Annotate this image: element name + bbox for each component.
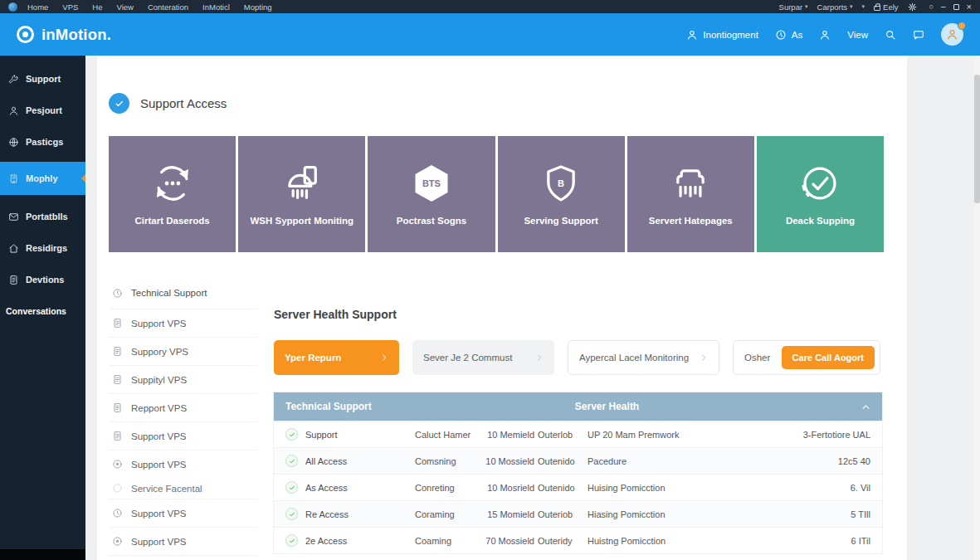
sidebar-item-mophly[interactable]: Mophly [0, 162, 85, 195]
row-cell-c2: Conreting [415, 483, 480, 493]
list-item-label: Technical Support [131, 288, 207, 298]
row-name-cell: 2e Access [285, 534, 415, 547]
sidebar-footer-conversations[interactable]: Conversations [0, 306, 85, 316]
user-quick-button[interactable] [819, 29, 831, 41]
menu-item-vps[interactable]: VPS [62, 2, 78, 12]
doc-icon [112, 402, 123, 413]
table-row[interactable]: 2e AccessCoaming70 MossieldOuteridyHuist… [274, 527, 882, 553]
sever-comment-button[interactable]: Sever Je 2 Commust [412, 340, 554, 375]
list-item-support-vps[interactable]: Support VPS [109, 527, 257, 555]
menu-item-inmoticl[interactable]: InMoticl [202, 2, 230, 12]
care-call-button[interactable]: Care Call Aogort [782, 346, 875, 369]
os-topbar: HomeVPSHeViewConterationInMoticlMopting … [0, 0, 980, 13]
yper-repurn-button[interactable]: Yper Repurn [274, 340, 399, 375]
record-icon[interactable]: ○ [929, 3, 934, 11]
sidebar-item-devtions[interactable]: Devtions [0, 264, 85, 295]
table-row[interactable]: As AccessConreting10 MosrieldOutenidoHui… [274, 474, 882, 500]
sidebar-item-label: Portatblls [26, 212, 68, 222]
search-button[interactable] [885, 29, 896, 41]
shower-icon [280, 162, 324, 205]
row-cell-c2: Coaming [415, 536, 480, 546]
tile-poctrast-sogns[interactable]: BTSPoctrast Sogns [368, 136, 495, 252]
sidebar-item-portatblls[interactable]: Portatblls [0, 201, 85, 232]
clock-icon [775, 29, 787, 41]
status-check-icon [285, 534, 298, 547]
view-menu[interactable]: View [847, 30, 868, 40]
tile-label: Poctrast Sogns [397, 215, 466, 227]
menu-item-conteration[interactable]: Conteration [148, 2, 188, 12]
icon-text: BTS [410, 162, 453, 205]
home-icon [8, 243, 19, 254]
tile-cirtart-daserods[interactable]: Cirtart Daserods [109, 136, 236, 252]
row-cell-c3: 70 Mossield [480, 536, 534, 546]
table-row[interactable]: All AccessComsning10 MossieldOutenidoPac… [274, 447, 882, 474]
content-panel: Support Access Cirtart DaserodsWSH Syppo… [97, 56, 907, 560]
maximize-icon[interactable] [953, 4, 959, 10]
list-item-support-vps[interactable]: Support VPS [109, 309, 257, 337]
list-item-support-vps[interactable]: Support VPS [109, 499, 257, 527]
action-buttons: Yper Repurn Sever Je 2 Commust Aypercal … [274, 340, 907, 375]
list-item-repport-vps[interactable]: Repport VPS [109, 393, 257, 421]
row-cell-c5: Huising Pomicction [588, 483, 763, 493]
surpar-label: Surpar [779, 2, 803, 12]
tile-deack-supping[interactable]: Deack Supping [757, 136, 884, 252]
secure-site-indicator[interactable]: Eely [874, 2, 898, 12]
menu-item-home[interactable]: Home [27, 2, 48, 12]
timer-menu[interactable]: As [775, 29, 802, 41]
doc-icon [112, 318, 123, 329]
tile-wsh-sypport-moniting[interactable]: WSH Sypport Moniting [238, 136, 365, 252]
menu-item-mopting[interactable]: Mopting [244, 2, 272, 12]
row-cell-c4: Outeriob [534, 509, 588, 519]
status-check-icon [285, 428, 298, 441]
ccheck-icon [798, 162, 841, 205]
chevron-right-icon [700, 353, 708, 362]
person-icon [8, 105, 19, 116]
app-logo-icon[interactable] [8, 2, 17, 12]
page-title-row: Support Access [109, 56, 907, 114]
timer-label: As [792, 30, 802, 40]
brand[interactable]: inMotion. [17, 26, 111, 44]
menu-item-view[interactable]: View [117, 2, 134, 12]
list-item-support-vps[interactable]: Support VPS [109, 421, 257, 450]
list-item-support-vps[interactable]: Support VPS [109, 555, 257, 560]
list-item-suppityl-vps[interactable]: Suppityl VPS [109, 365, 257, 393]
chevron-up-icon[interactable] [861, 402, 870, 411]
chevron-down-icon: ▾ [805, 3, 808, 10]
menu-item-he[interactable]: He [92, 2, 102, 12]
sidebar-item-residirgs[interactable]: Residirgs [0, 232, 85, 264]
label-monitoring-button[interactable]: Aypercal Lacel Monitoring [568, 340, 719, 375]
tile-servert-hatepages[interactable]: Servert Hatepages [627, 136, 754, 252]
table-row[interactable]: Re AccessCoraming15 MomieldOuteriobHiasi… [274, 500, 882, 527]
gear-icon[interactable] [908, 2, 917, 12]
row-cell-c2: Comsning [415, 456, 480, 466]
avatar[interactable] [941, 23, 963, 46]
sidebar-item-pasticgs[interactable]: Pasticgs [0, 126, 85, 158]
carports-dropdown[interactable]: Carports ▾ [817, 2, 853, 12]
doc-icon [112, 431, 123, 441]
list-item-support-vps[interactable]: Support VPS [109, 450, 257, 478]
tile-serving-support[interactable]: BServing Support [498, 136, 625, 252]
table-header: Technical Support Server Health [274, 392, 882, 421]
surpar-dropdown[interactable]: Surpar ▾ [779, 2, 808, 12]
chevron-down-icon: ▾ [850, 3, 853, 10]
list-item-suppory-vps[interactable]: Suppory VPS [109, 337, 257, 365]
row-name-cell: All Access [285, 455, 415, 467]
messages-button[interactable] [913, 29, 924, 41]
clock-icon [112, 508, 123, 519]
row-cell-c5: Hiasing Pomicction [588, 509, 763, 519]
minimize-icon[interactable]: – [941, 2, 946, 11]
list-item-technical-support[interactable]: Technical Support [109, 277, 257, 309]
scrollbar-track[interactable] [974, 56, 980, 560]
table-row[interactable]: SupportCaluct Hamer10 MemieldOuterlobUP … [274, 421, 882, 447]
scrollbar-thumb[interactable] [974, 75, 980, 203]
list-item-service-facental[interactable]: Service Facental [109, 478, 257, 499]
app-header-right: Inontiogment As View [686, 23, 963, 46]
status-check-icon [285, 481, 298, 494]
sidebar-item-support[interactable]: Support [0, 63, 85, 95]
notification-badge [958, 22, 966, 30]
close-icon[interactable]: × [967, 2, 972, 12]
account-menu[interactable]: Inontiogment [686, 29, 758, 41]
chevron-down-icon[interactable]: ▾ [862, 3, 865, 10]
sidebar-item-pesjourt[interactable]: Pesjourt [0, 95, 85, 126]
list-item-label: Service Facental [131, 484, 202, 494]
